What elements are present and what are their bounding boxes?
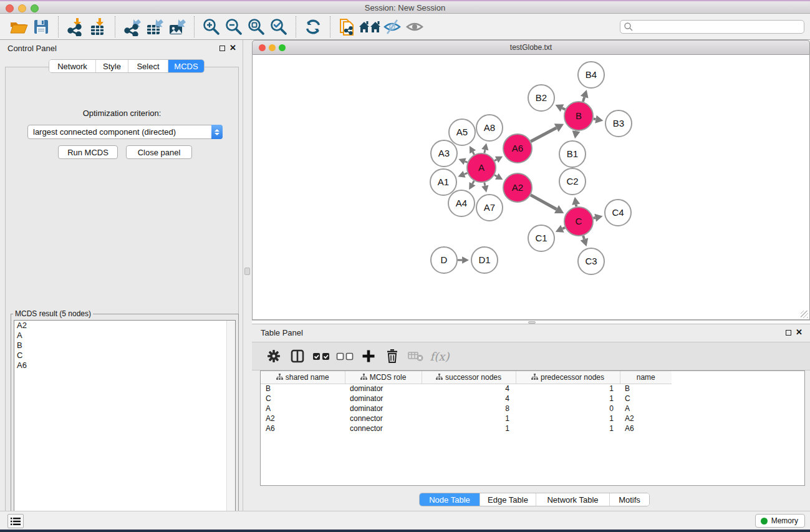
criterion-select[interactable]: largest connected component (directed) — [27, 125, 223, 139]
cell-mcds_role: dominator — [345, 394, 422, 404]
search-input[interactable] — [634, 22, 804, 31]
save-session-button[interactable] — [30, 16, 52, 38]
memory-button[interactable]: Memory — [755, 514, 805, 528]
graph-edge[interactable] — [583, 236, 584, 239]
import-network-button[interactable] — [64, 16, 87, 38]
network-graph[interactable]: B4B2BB3A8A5A6A3B1AA1C2A2A4A7C4CC1DD1C3 — [253, 55, 809, 319]
zoom-fit-button[interactable] — [245, 16, 268, 38]
delete-columns-button[interactable] — [382, 346, 403, 367]
table-panel: Table Panel ✕ — [252, 324, 810, 511]
result-list-item[interactable]: C — [14, 351, 235, 360]
graph-node-label: A1 — [438, 177, 449, 187]
graph-edge[interactable] — [473, 181, 475, 184]
node-table-container[interactable]: shared name MCDS role successor nodes pr… — [260, 370, 805, 486]
graph-edge[interactable] — [562, 228, 565, 229]
graph-edge[interactable] — [531, 128, 556, 142]
result-list-item[interactable]: A — [14, 331, 235, 341]
toolbar-separator — [58, 16, 59, 37]
float-panel-icon[interactable] — [786, 330, 791, 336]
export-network-button[interactable] — [121, 16, 143, 38]
graph-edge[interactable] — [531, 195, 557, 210]
run-mcds-button[interactable]: Run MCDS — [58, 145, 118, 159]
show-graphics-details-button[interactable] — [403, 16, 426, 38]
graph-edge[interactable] — [473, 152, 474, 155]
tab-mcds[interactable]: MCDS — [168, 60, 204, 72]
graph-edge[interactable] — [485, 150, 485, 153]
close-panel-icon[interactable]: ✕ — [229, 43, 236, 52]
function-builder-button[interactable]: f(x) — [429, 346, 450, 367]
new-network-from-file-button[interactable] — [336, 16, 359, 38]
table-options-button[interactable] — [263, 346, 284, 367]
export-image-button[interactable] — [166, 16, 188, 38]
delete-table-button[interactable] — [405, 346, 427, 367]
cell-successor: 1 — [422, 423, 516, 433]
hide-graphics-details-button[interactable] — [381, 16, 403, 38]
tab-edge-table[interactable]: Edge Table — [480, 493, 536, 506]
window-resize-grip[interactable] — [801, 311, 808, 318]
table-row[interactable]: Bdominator41B — [261, 384, 804, 394]
result-list-scrollbar[interactable] — [226, 321, 235, 518]
close-panel-button[interactable]: Close panel — [126, 145, 192, 159]
graph-node-label: B3 — [613, 118, 624, 128]
splitter-handle[interactable] — [528, 321, 536, 324]
graph-edge[interactable] — [494, 175, 497, 177]
network-canvas[interactable]: B4B2BB3A8A5A6A3B1AA1C2A2A4A7C4CC1DD1C3 — [252, 55, 810, 320]
plus-icon — [362, 349, 375, 363]
panel-splitter-vertical[interactable] — [243, 40, 252, 511]
control-panel: Control Panel ✕ Network Style Select MCD… — [0, 40, 243, 511]
graph-edge[interactable] — [494, 160, 496, 161]
col-shared-name[interactable]: shared name — [261, 371, 345, 384]
graph-edge[interactable] — [562, 108, 565, 109]
tab-network[interactable]: Network — [49, 60, 95, 72]
tab-select[interactable]: Select — [128, 60, 168, 72]
graph-edge-arrowhead — [594, 214, 602, 222]
table-row[interactable]: Adominator80A — [261, 404, 804, 414]
select-all-button[interactable] — [311, 346, 332, 367]
memory-status-dot — [761, 518, 768, 525]
graph-edge[interactable] — [576, 205, 577, 207]
col-successor-nodes[interactable]: successor nodes — [422, 371, 516, 384]
table-row[interactable]: A2connector11A2 — [261, 414, 804, 423]
refresh-layout-button[interactable] — [302, 16, 324, 38]
result-list-item[interactable]: A6 — [14, 360, 235, 370]
result-list-item[interactable]: A2 — [14, 321, 235, 331]
graph-edge[interactable] — [594, 118, 596, 119]
graph-edge[interactable] — [465, 173, 468, 174]
table-row[interactable]: Cdominator41C — [261, 394, 804, 404]
global-search-field[interactable] — [620, 20, 804, 34]
task-history-button[interactable] — [7, 514, 24, 528]
export-table-button[interactable] — [143, 16, 166, 38]
graph-edge[interactable] — [583, 97, 584, 102]
mcds-result-list[interactable]: A2ABCA6 — [14, 320, 236, 518]
open-session-button[interactable] — [7, 16, 30, 38]
checked-boxes-icon — [312, 351, 330, 361]
tab-node-table[interactable]: Node Table — [420, 493, 480, 506]
table-row[interactable]: A6connector11A6 — [261, 423, 804, 433]
graph-edge[interactable] — [593, 218, 595, 218]
tab-style[interactable]: Style — [95, 60, 128, 72]
col-name[interactable]: name — [620, 371, 672, 384]
mcds-tab-content: Optimization criterion: largest connecte… — [5, 67, 239, 532]
col-mcds-role[interactable]: MCDS role — [345, 371, 422, 384]
shared-attribute-icon — [360, 374, 367, 380]
panel-splitter-horizontal[interactable] — [252, 320, 810, 324]
result-list-item[interactable]: B — [14, 341, 235, 351]
col-predecessor-nodes[interactable]: predecessor nodes — [516, 371, 620, 384]
home-view-button[interactable] — [359, 16, 381, 38]
create-column-button[interactable] — [358, 346, 379, 367]
zoom-out-button[interactable] — [223, 16, 245, 38]
close-panel-icon[interactable]: ✕ — [796, 327, 803, 337]
float-panel-icon[interactable] — [219, 46, 225, 51]
tab-network-table[interactable]: Network Table — [536, 493, 609, 506]
show-columns-button[interactable] — [287, 346, 308, 367]
zoom-in-button[interactable] — [200, 16, 223, 38]
zoom-selected-button[interactable] — [268, 16, 290, 38]
splitter-handle[interactable] — [244, 268, 250, 275]
graph-edge-arrowhead — [581, 90, 589, 99]
deselect-all-button[interactable] — [334, 346, 355, 367]
import-table-button[interactable] — [87, 16, 109, 38]
graph-edge[interactable] — [485, 183, 485, 186]
network-window-titlebar[interactable]: testGlobe.txt — [252, 40, 810, 55]
graph-edge[interactable] — [465, 162, 468, 163]
tab-motifs[interactable]: Motifs — [609, 493, 649, 506]
